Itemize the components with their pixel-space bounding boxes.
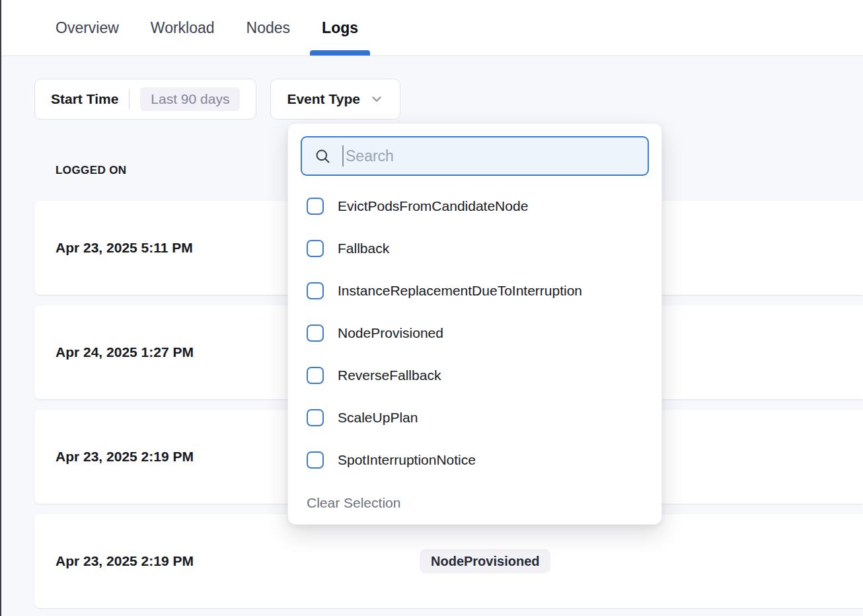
table-row[interactable]: Apr 23, 2025 2:19 PM NodeProvisioned bbox=[34, 514, 863, 608]
start-time-filter-button[interactable]: Start Time Last 90 days bbox=[34, 79, 256, 120]
checkbox-unchecked[interactable] bbox=[307, 282, 324, 299]
filter-bar: Start Time Last 90 days Event Type bbox=[34, 79, 400, 120]
checkbox-unchecked[interactable] bbox=[307, 198, 324, 215]
chevron-down-icon bbox=[369, 92, 384, 106]
dropdown-search-input[interactable]: Search bbox=[301, 136, 649, 176]
option-label: Fallback bbox=[338, 241, 389, 256]
option-label: NodeProvisioned bbox=[338, 325, 443, 341]
logged-on-value: Apr 23, 2025 2:19 PM bbox=[56, 449, 194, 465]
option-evictpodsfromcandidatenode[interactable]: EvictPodsFromCandidateNode bbox=[288, 185, 661, 227]
event-type-badge: NodeProvisioned bbox=[420, 549, 550, 574]
option-instancereplacementduetointerruption[interactable]: InstanceReplacementDueToInterruption bbox=[288, 270, 661, 312]
search-placeholder: Search bbox=[346, 147, 394, 165]
event-type-option-list: EvictPodsFromCandidateNode Fallback Inst… bbox=[288, 185, 661, 481]
tab-logs[interactable]: Logs bbox=[310, 0, 370, 56]
option-label: InstanceReplacementDueToInterruption bbox=[338, 283, 582, 299]
tab-bar: Overview Workload Nodes Logs bbox=[1, 0, 863, 56]
logged-on-value: Apr 23, 2025 2:19 PM bbox=[56, 553, 194, 569]
tab-nodes[interactable]: Nodes bbox=[235, 0, 302, 56]
filter-divider bbox=[129, 89, 130, 109]
option-spotinterruptionnotice[interactable]: SpotInterruptionNotice bbox=[288, 439, 661, 481]
option-label: ScaleUpPlan bbox=[338, 410, 418, 426]
search-icon bbox=[314, 147, 332, 165]
checkbox-unchecked[interactable] bbox=[307, 240, 324, 257]
checkbox-unchecked[interactable] bbox=[307, 451, 324, 469]
option-label: SpotInterruptionNotice bbox=[338, 452, 476, 468]
clear-selection-button[interactable]: Clear Selection bbox=[307, 495, 400, 511]
tab-logs-label: Logs bbox=[322, 19, 358, 37]
option-label: EvictPodsFromCandidateNode bbox=[338, 198, 528, 214]
logged-on-value: Apr 23, 2025 5:11 PM bbox=[56, 240, 193, 256]
event-type-label: Event Type bbox=[287, 91, 359, 107]
option-label: ReverseFallback bbox=[338, 367, 441, 383]
tab-overview-label: Overview bbox=[56, 19, 119, 37]
option-fallback[interactable]: Fallback bbox=[288, 227, 661, 270]
column-header-logged-on: LOGGED ON bbox=[56, 164, 127, 177]
checkbox-unchecked[interactable] bbox=[307, 367, 324, 384]
checkbox-unchecked[interactable] bbox=[307, 409, 324, 426]
tab-nodes-label: Nodes bbox=[246, 19, 290, 37]
start-time-label: Start Time bbox=[51, 91, 118, 107]
option-nodeprovisioned[interactable]: NodeProvisioned bbox=[288, 312, 661, 354]
event-type-dropdown-panel: Search EvictPodsFromCandidateNode Fallba… bbox=[287, 123, 662, 525]
option-reversefallback[interactable]: ReverseFallback bbox=[288, 354, 661, 397]
logged-on-value: Apr 24, 2025 1:27 PM bbox=[56, 344, 194, 360]
start-time-value-pill[interactable]: Last 90 days bbox=[140, 87, 240, 111]
checkbox-unchecked[interactable] bbox=[307, 325, 324, 342]
option-scaleupplan[interactable]: ScaleUpPlan bbox=[288, 397, 661, 439]
event-type-filter-button[interactable]: Event Type bbox=[270, 79, 400, 120]
tab-workload[interactable]: Workload bbox=[139, 0, 227, 56]
tab-overview[interactable]: Overview bbox=[44, 0, 131, 56]
text-caret bbox=[342, 145, 344, 167]
tab-workload-label: Workload bbox=[151, 19, 215, 37]
